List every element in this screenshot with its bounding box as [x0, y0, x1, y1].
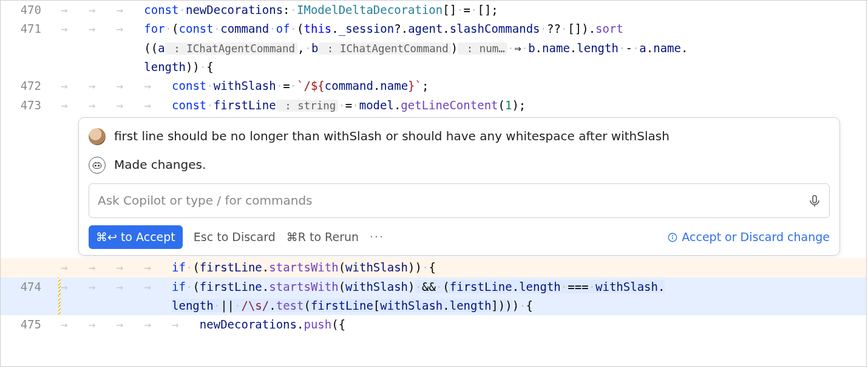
code-line: 471 → → → for·(const·command·of·(this._s… — [1, 19, 866, 38]
code-line: 472 → → → → const·withSlash·=·`/${comman… — [1, 77, 866, 95]
code-line: 475 → → → → → newDecorations.push({ — [1, 315, 866, 334]
chat-user-row: first line should be no longer than with… — [89, 126, 830, 146]
code-content[interactable]: length·||·/\s/.test(firstLine[withSlash.… — [61, 296, 866, 315]
info-icon — [667, 232, 678, 243]
code-content[interactable]: → → → for·(const·command·of·(this._sessi… — [61, 19, 866, 38]
line-number: 470 — [1, 1, 58, 19]
accept-button[interactable]: ⌘↩︎ to Accept — [89, 225, 183, 249]
chat-footer: ⌘↩︎ to Accept Esc to Discard ⌘R to Rerun… — [89, 225, 830, 249]
chat-bot-message: Made changes. — [114, 155, 206, 175]
discard-hint[interactable]: Esc to Discard — [194, 228, 276, 247]
diff-added-line-wrap: length·||·/\s/.test(firstLine[withSlash.… — [1, 296, 866, 315]
code-content[interactable]: → → → → if·(firstLine.startsWith(withSla… — [61, 258, 866, 277]
microphone-icon[interactable] — [807, 194, 822, 208]
copilot-icon — [89, 157, 106, 174]
line-number: 474 — [1, 278, 58, 296]
code-content[interactable]: → → → → if·(firstLine.startsWith(withSla… — [61, 278, 866, 296]
accept-label: to Accept — [121, 228, 175, 247]
line-number: 475 — [1, 315, 58, 334]
inline-chat-panel: first line should be no longer than with… — [78, 117, 840, 256]
code-line-wrap: ((a : IChatAgentCommand,·b : IChatAgentC… — [1, 39, 866, 58]
svg-point-1 — [95, 165, 96, 166]
svg-point-2 — [98, 165, 100, 166]
code-content[interactable]: length))·{ — [61, 58, 866, 77]
chat-user-message: first line should be no longer than with… — [114, 126, 670, 146]
status-text: Accept or Discard change — [682, 228, 830, 247]
status-hint[interactable]: Accept or Discard change — [667, 228, 830, 247]
svg-point-6 — [673, 235, 673, 236]
line-number: 472 — [1, 77, 58, 95]
chat-input-row[interactable] — [89, 183, 830, 218]
code-content[interactable]: → → → const·newDecorations:·IModelDeltaD… — [61, 1, 866, 19]
line-number: 473 — [1, 96, 58, 115]
chat-bot-row: Made changes. — [89, 155, 830, 175]
code-content[interactable]: → → → → const·withSlash·=·`/${command.na… — [61, 77, 866, 95]
accept-key: ⌘↩︎ — [96, 228, 117, 247]
code-line-wrap: length))·{ — [1, 58, 866, 77]
chat-input[interactable] — [97, 190, 807, 211]
code-line: 473 → → → → const·firstLine : string·=·m… — [1, 96, 866, 115]
code-line: 470 → → → const·newDecorations:·IModelDe… — [1, 1, 866, 19]
code-content[interactable]: → → → → const·firstLine : string·=·model… — [61, 96, 866, 115]
user-avatar-icon — [89, 128, 106, 145]
more-button[interactable]: ··· — [370, 228, 384, 247]
diff-added-line: 474 → → → → if·(firstLine.startsWith(wit… — [1, 278, 866, 296]
svg-rect-3 — [813, 196, 816, 203]
diff-removed-line: → → → → if·(firstLine.startsWith(withSla… — [1, 258, 866, 277]
rerun-hint[interactable]: ⌘R to Rerun — [287, 228, 359, 247]
code-content[interactable]: ((a : IChatAgentCommand,·b : IChatAgentC… — [61, 39, 866, 58]
svg-rect-0 — [93, 163, 101, 168]
code-editor[interactable]: 470 → → → const·newDecorations:·IModelDe… — [0, 0, 867, 367]
code-content[interactable]: → → → → → newDecorations.push({ — [61, 315, 866, 334]
line-number: 471 — [1, 19, 58, 38]
